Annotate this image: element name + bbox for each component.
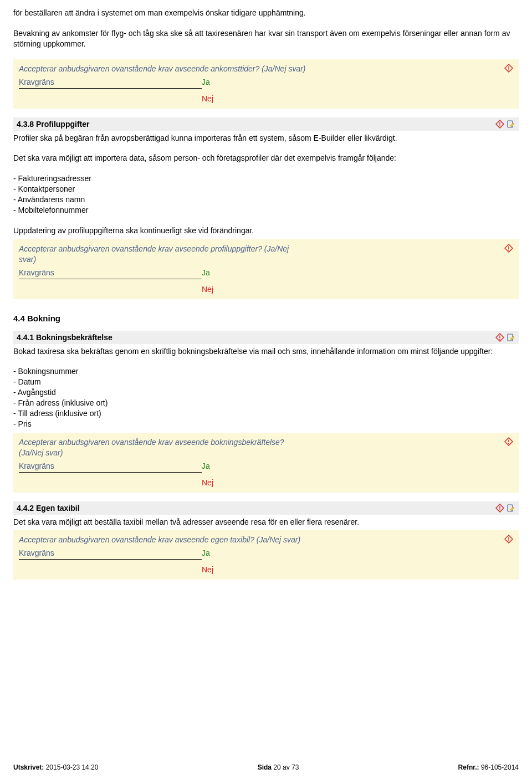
s438-p2: Det ska vara möjligt att importera data,… [13, 153, 519, 163]
question-box-bokningsbekraftelse: Accepterar anbudsgivaren ovanstående kra… [13, 433, 519, 493]
intro-p1: för beställaren att ändra i systemet om … [13, 8, 519, 18]
printed-label: Utskrivet: [13, 763, 44, 771]
kravgrans-label: Kravgräns [19, 549, 202, 560]
edit-icon[interactable] [507, 120, 515, 129]
question-box-profiluppgifter: Accepterar anbudsgivaren ovanstående kra… [13, 239, 519, 299]
page-current: 20 [273, 763, 280, 771]
page-of: av [281, 763, 291, 771]
bullet: - Från adress (inklusive ort) [13, 398, 519, 408]
answer-ja: Ja [202, 268, 210, 277]
answer-ja: Ja [202, 549, 210, 557]
s441-p1: Bokad taxiresa ska bekräftas genom en sk… [13, 346, 519, 357]
section-4-4-heading: 4.4 Bokning [13, 314, 519, 323]
section-4-4-1-heading: 4.4.1 Bokningsbekräftelse [13, 331, 519, 344]
kravgrans-label: Kravgräns [19, 268, 202, 279]
question-text: Accepterar anbudsgivaren ovanstående kra… [19, 437, 307, 458]
question-box-egen-taxibil: Accepterar anbudsgivaren ovanstående kra… [13, 530, 519, 580]
bullet: - Datum [13, 377, 519, 387]
bullet: - Pris [13, 419, 519, 429]
section-title: 4.4.2 Egen taxibil [17, 504, 80, 512]
answer-ja: Ja [202, 78, 210, 86]
section-title: 4.4.1 Bokningsbekräftelse [17, 333, 112, 342]
page-total: 73 [291, 763, 299, 771]
section-title: 4.3.8 Profiluppgifter [17, 120, 89, 129]
bullet: - Användarens namn [13, 194, 519, 205]
warning-icon [504, 535, 513, 544]
edit-icon[interactable] [507, 333, 515, 342]
printed-value: 2015-03-23 14:20 [44, 763, 98, 771]
s438-bullets: - Faktureringsadresser - Kontaktpersoner… [13, 173, 519, 216]
answer-nej: Nej [202, 285, 513, 294]
s442-p1: Det ska vara möjligt att beställa taxibi… [13, 517, 519, 527]
s438-p3: Uppdatering av profiluppgifterna ska kon… [13, 226, 519, 236]
section-4-3-8-heading: 4.3.8 Profiluppgifter [13, 117, 519, 131]
ref-label: Refnr.: [458, 763, 479, 771]
warning-icon [504, 244, 513, 253]
warning-icon [504, 437, 513, 446]
ref-value: 96-105-2014 [479, 763, 519, 771]
bullet: - Avgångstid [13, 387, 519, 398]
bullet: - Bokningsnummer [13, 366, 519, 377]
answer-nej: Nej [202, 478, 513, 487]
page-number: Sida 20 av 73 [258, 763, 299, 771]
question-text: Accepterar anbudsgivaren ovanstående kra… [19, 64, 307, 74]
warning-icon [495, 504, 504, 512]
printed-timestamp: Utskrivet: 2015-03-23 14:20 [13, 763, 98, 771]
kravgrans-label: Kravgräns [19, 462, 202, 473]
bullet: - Faktureringsadresser [13, 173, 519, 184]
answer-nej: Nej [202, 94, 513, 103]
kravgrans-label: Kravgräns [19, 78, 202, 89]
section-4-4-2-heading: 4.4.2 Egen taxibil [13, 501, 519, 515]
bullet: - Till adress (inklusive ort) [13, 408, 519, 419]
bullet: - Kontaktpersoner [13, 184, 519, 194]
page-footer: Utskrivet: 2015-03-23 14:20 Sida 20 av 7… [13, 763, 519, 771]
answer-ja: Ja [202, 462, 210, 470]
question-text: Accepterar anbudsgivaren ovanstående kra… [19, 244, 307, 265]
question-text: Accepterar anbudsgivaren ovanstående kra… [19, 535, 307, 545]
page-label: Sida [258, 763, 274, 771]
warning-icon [495, 120, 504, 129]
answer-nej: Nej [202, 565, 513, 574]
bullet: - Mobiltelefonnummer [13, 205, 519, 216]
warning-icon [504, 64, 513, 73]
edit-icon[interactable] [507, 504, 515, 512]
question-box-ankomsttider: Accepterar anbudsgivaren ovanstående kra… [13, 59, 519, 109]
intro-p2: Bevakning av ankomster för flyg- och tåg… [13, 28, 519, 49]
reference-number: Refnr.: 96-105-2014 [458, 763, 519, 771]
s441-bullets: - Bokningsnummer - Datum - Avgångstid - … [13, 366, 519, 429]
warning-icon [495, 333, 504, 342]
s438-p1: Profiler ska på begäran från avropsberät… [13, 133, 519, 144]
